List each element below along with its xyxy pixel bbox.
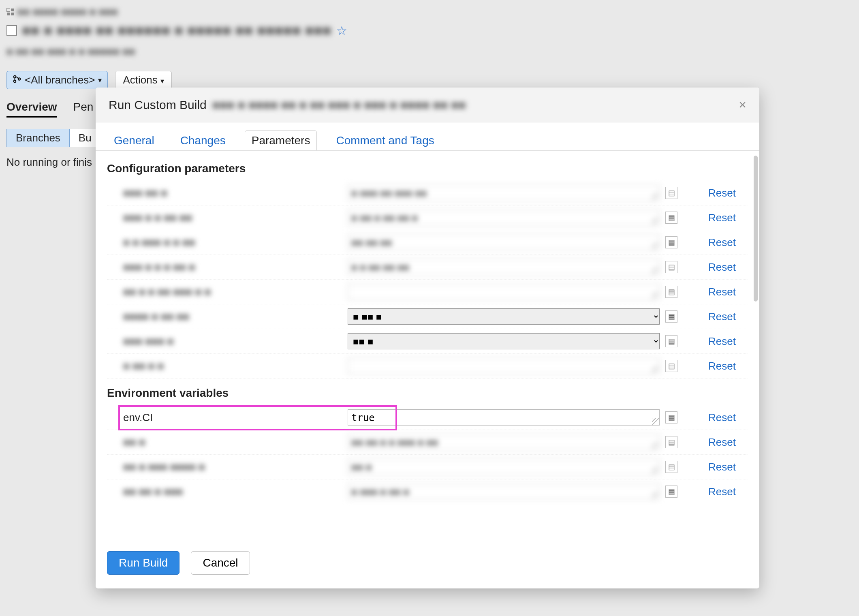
- param-name: ■■■■ ■ ■■ ■■: [123, 310, 342, 323]
- param-detail-icon[interactable]: ▤: [665, 411, 677, 424]
- actions-menu[interactable]: Actions ▾: [115, 71, 172, 89]
- run-build-button[interactable]: Run Build: [107, 551, 179, 575]
- select-checkbox[interactable]: [6, 25, 17, 36]
- dialog-title-detail: ■■■ ■ ■■■■ ■■ ■ ■■ ■■■ ■ ■■■ ■ ■■■■ ■■ ■…: [212, 98, 466, 112]
- param-input[interactable]: [348, 434, 660, 450]
- param-detail-icon[interactable]: ▤: [665, 335, 677, 347]
- param-detail-icon[interactable]: ▤: [665, 286, 677, 298]
- reset-link[interactable]: Reset: [687, 436, 736, 449]
- param-detail-icon[interactable]: ▤: [665, 486, 677, 498]
- param-detail-icon[interactable]: ▤: [665, 212, 677, 224]
- reset-link[interactable]: Reset: [687, 310, 736, 323]
- dialog-title: Run Custom Build: [109, 98, 207, 112]
- apps-grid-icon[interactable]: [6, 8, 14, 15]
- param-name: ■■■ ■■■ ■: [123, 335, 342, 348]
- branch-label: <All branches>: [25, 74, 95, 86]
- param-detail-icon[interactable]: ▤: [665, 360, 677, 372]
- cancel-button[interactable]: Cancel: [191, 551, 250, 575]
- param-name: env.CI: [123, 411, 342, 424]
- param-input[interactable]: [348, 358, 660, 374]
- page-title: ■■ ■ ■■■■ ■■ ■■■■■■ ■ ■■■■■ ■■ ■■■■■ ■■■: [22, 22, 331, 39]
- tab-parameters[interactable]: Parameters: [245, 130, 317, 151]
- param-select[interactable]: ■■ ■: [348, 333, 660, 349]
- param-name: ■ ■ ■■■ ■ ■ ■■: [123, 236, 342, 249]
- reset-link[interactable]: Reset: [687, 411, 736, 424]
- favorite-star-icon[interactable]: ☆: [336, 24, 347, 38]
- param-name: ■■■ ■ ■ ■ ■■ ■: [123, 261, 342, 274]
- breadcrumb-text: ■■ ■■■■ ■■■■ ■ ■■■: [17, 6, 118, 18]
- param-input[interactable]: [348, 234, 660, 250]
- svg-point-1: [14, 80, 16, 83]
- param-row: ■ ■■ ■ ■▤Reset: [107, 354, 748, 379]
- param-detail-icon[interactable]: ▤: [665, 461, 677, 473]
- param-detail-icon[interactable]: ▤: [665, 261, 677, 273]
- branch-icon: [13, 74, 21, 86]
- actions-label: Actions: [123, 74, 157, 86]
- param-row: ■■■ ■■■ ■■■ ■▤Reset: [107, 329, 748, 354]
- param-input[interactable]: [348, 459, 660, 475]
- param-detail-icon[interactable]: ▤: [665, 436, 677, 448]
- param-name: ■■ ■■ ■ ■■■: [123, 486, 342, 498]
- run-custom-build-dialog: Run Custom Build ■■■ ■ ■■■■ ■■ ■ ■■ ■■■ …: [96, 88, 759, 588]
- tab-overview[interactable]: Overview: [6, 101, 57, 118]
- param-name: ■■ ■ ■■■ ■■■■ ■: [123, 461, 342, 473]
- param-row: ■■ ■ ■■■ ■■■■ ■▤Reset: [107, 455, 748, 479]
- param-row: ■■■ ■■ ■▤Reset: [107, 181, 748, 205]
- param-select[interactable]: ■ ■■ ■: [348, 308, 660, 325]
- param-name: ■■ ■ ■ ■■ ■■■ ■ ■: [123, 286, 342, 298]
- param-detail-icon[interactable]: ▤: [665, 187, 677, 199]
- reset-link[interactable]: Reset: [687, 286, 736, 298]
- param-row: ■■ ■ ■ ■■ ■■■ ■ ■▤Reset: [107, 280, 748, 304]
- param-input[interactable]: [348, 210, 660, 226]
- chevron-down-icon: ▾: [160, 77, 164, 85]
- param-row: ■■■ ■ ■ ■ ■■ ■▤Reset: [107, 255, 748, 280]
- param-name: ■■■ ■■ ■: [123, 187, 342, 199]
- breadcrumb: ■■ ■■■■ ■■■■ ■ ■■■: [6, 6, 853, 18]
- tab-pending[interactable]: Pen: [73, 101, 94, 118]
- param-input[interactable]: [348, 259, 660, 275]
- param-input[interactable]: [348, 185, 660, 201]
- svg-point-0: [14, 76, 16, 78]
- tab-general[interactable]: General: [107, 130, 161, 151]
- param-detail-icon[interactable]: ▤: [665, 236, 677, 248]
- reset-link[interactable]: Reset: [687, 360, 736, 372]
- reset-link[interactable]: Reset: [687, 335, 736, 348]
- seg-branches[interactable]: Branches: [6, 129, 70, 147]
- reset-link[interactable]: Reset: [687, 187, 736, 199]
- page-subtitle: ■ ■■ ■■ ■■■ ■ ■ ■■■■■ ■■: [6, 45, 135, 58]
- reset-link[interactable]: Reset: [687, 236, 736, 249]
- param-row: ■■ ■■ ■ ■■■▤Reset: [107, 479, 748, 504]
- reset-link[interactable]: Reset: [687, 461, 736, 473]
- section-config-params: Configuration parameters: [107, 162, 748, 175]
- param-row: ■■ ■▤Reset: [107, 430, 748, 455]
- reset-link[interactable]: Reset: [687, 212, 736, 224]
- close-icon: ×: [739, 97, 746, 112]
- reset-link[interactable]: Reset: [687, 486, 736, 498]
- param-detail-icon[interactable]: ▤: [665, 310, 677, 323]
- tab-changes[interactable]: Changes: [173, 130, 233, 151]
- param-name: ■■ ■: [123, 436, 342, 449]
- chevron-down-icon: ▾: [98, 76, 102, 85]
- scrollbar[interactable]: [754, 156, 758, 302]
- param-input[interactable]: [348, 409, 660, 426]
- close-button[interactable]: ×: [739, 97, 746, 112]
- param-row: ■■■ ■ ■ ■■ ■■▤Reset: [107, 205, 748, 230]
- param-input[interactable]: [348, 284, 660, 300]
- param-name: ■ ■■ ■ ■: [123, 360, 342, 372]
- param-row: ■ ■ ■■■ ■ ■ ■■▤Reset: [107, 230, 748, 255]
- section-env-vars: Environment variables: [107, 387, 748, 400]
- reset-link[interactable]: Reset: [687, 261, 736, 274]
- param-row: ■■■■ ■ ■■ ■■■ ■■ ■▤Reset: [107, 304, 748, 329]
- param-input[interactable]: [348, 483, 660, 500]
- branch-selector[interactable]: <All branches> ▾: [6, 71, 108, 89]
- tab-comment-tags[interactable]: Comment and Tags: [329, 130, 441, 151]
- param-name: ■■■ ■ ■ ■■ ■■: [123, 212, 342, 224]
- param-row: env.CI▤Reset: [107, 405, 748, 430]
